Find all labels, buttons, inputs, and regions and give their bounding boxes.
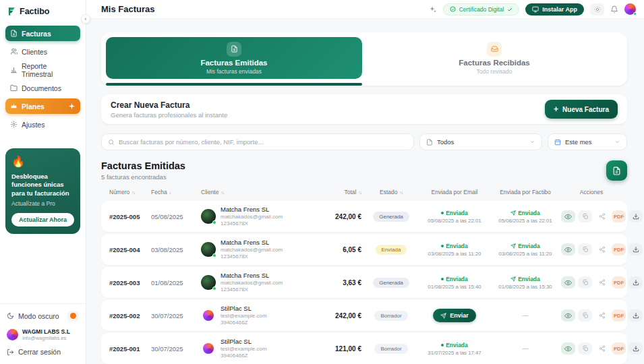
duplicate-invoice-button[interactable] (578, 309, 592, 322)
share-invoice-button[interactable] (595, 210, 609, 222)
view-invoice-button[interactable] (561, 342, 575, 355)
table-row[interactable]: #2025-001 30/07/2025 StilPlac SL test@ex… (101, 333, 627, 364)
upgrade-promo-card: 🔥 Desbloquea funciones únicas para tu fa… (5, 148, 80, 234)
create-subtitle: Genera facturas profesionales al instant… (111, 111, 227, 119)
user-avatar[interactable] (624, 3, 636, 15)
client-online-dot (212, 220, 216, 224)
download-invoice-button[interactable] (628, 243, 643, 255)
email-status: Enviada 31/07/2025 a las 17:47 (428, 342, 481, 356)
column-header-3[interactable]: Total↑↓ (308, 189, 363, 195)
client-cell: StilPlac SL test@example.com 39406466Z (201, 305, 308, 326)
invoice-total: 121,00 € (308, 345, 363, 353)
column-header-6: Enviada por Factibo (490, 189, 561, 195)
client-nif: 12345678X (221, 286, 283, 293)
sent-dot-icon (441, 278, 444, 280)
certificate-badge[interactable]: Certificado Digital (443, 3, 520, 16)
download-invoice-button[interactable] (628, 210, 643, 222)
sidebar-item-documentos[interactable]: Documentos (5, 80, 80, 96)
share-icon (599, 279, 606, 286)
tab-facturas-recibidas[interactable]: Facturas Recibidas Todo revisado (366, 37, 622, 79)
shield-check-icon (450, 6, 456, 12)
sidebar-collapse-button[interactable]: ‹ (81, 14, 90, 24)
sidebar-item-reporte[interactable]: Reporte Trimestral (5, 62, 80, 78)
duplicate-invoice-button[interactable] (578, 243, 592, 255)
sort-icon: ↑↓ (359, 190, 362, 195)
column-header-0[interactable]: Número↑↓ (109, 189, 151, 195)
tab-title: Facturas Emitidas (200, 59, 267, 67)
table-row[interactable]: #2025-003 01/08/2025 Matcha Frens SL mat… (101, 267, 627, 298)
notifications-bell-icon[interactable] (610, 5, 618, 13)
dark-mode-switch[interactable] (67, 311, 79, 322)
view-invoice-button[interactable] (561, 276, 575, 289)
pdf-button[interactable]: PDF (612, 243, 626, 255)
share-invoice-button[interactable] (595, 342, 609, 355)
invoice-number: #2025-003 (109, 279, 151, 286)
view-invoice-button[interactable] (561, 243, 575, 255)
sidebar-item-clientes[interactable]: Clientes (5, 44, 80, 59)
pdf-button[interactable]: PDF (612, 309, 626, 322)
sun-icon (594, 6, 601, 13)
duplicate-invoice-button[interactable] (578, 342, 592, 355)
create-invoice-card: Crear Nueva Factura Genera facturas prof… (101, 94, 627, 124)
search-input[interactable] (119, 138, 407, 146)
pdf-button[interactable]: PDF (612, 210, 626, 222)
copy-icon (582, 312, 589, 319)
pdf-button[interactable]: PDF (612, 342, 626, 355)
download-invoice-button[interactable] (628, 276, 643, 289)
invoice-date: 05/08/2025 (151, 213, 201, 220)
export-invoices-button[interactable] (606, 160, 627, 181)
table-row[interactable]: #2025-004 03/08/2025 Matcha Frens SL mat… (101, 234, 627, 265)
column-header-1[interactable]: Fecha↓ (151, 189, 201, 195)
sidebar-item-facturas[interactable]: Facturas (5, 26, 80, 41)
eye-icon (564, 213, 572, 220)
sidebar-item-planes[interactable]: Planes (5, 98, 80, 114)
download-invoice-button[interactable] (628, 309, 643, 322)
invoice-icon (10, 30, 18, 37)
logout-button[interactable]: Cerrar sesión (7, 348, 79, 356)
download-invoice-button[interactable] (628, 342, 643, 355)
download-icon (633, 345, 639, 352)
share-invoice-button[interactable] (595, 309, 609, 322)
client-cell: Matcha Frens SL matchakados@gmail.com 12… (201, 239, 308, 260)
table-row[interactable]: #2025-005 05/08/2025 Matcha Frens SL mat… (101, 201, 627, 232)
share-invoice-button[interactable] (595, 243, 609, 255)
invoice-date: 30/07/2025 (151, 345, 201, 353)
company-email: info@wagmilabs.es (22, 335, 70, 341)
promo-title: Desbloquea funciones únicas para tu fact… (11, 173, 74, 198)
download-icon (633, 246, 639, 253)
factibo-sent-cell: Enviada 01/08/2025 a las 15:30 (490, 276, 561, 290)
upgrade-button[interactable]: Actualizar Ahora (11, 213, 74, 226)
status-filter-dropdown[interactable]: Todos (419, 133, 542, 150)
sidebar-item-label: Facturas (22, 30, 51, 38)
period-filter-dropdown[interactable]: Este mes (548, 133, 627, 150)
client-email: matchakados@gmail.com (221, 280, 283, 286)
sparkles-icon[interactable] (429, 5, 437, 13)
tab-facturas-emitidas[interactable]: Facturas Emitidas Mis facturas enviadas (106, 37, 362, 79)
sidebar-item-ajustes[interactable]: Ajustes (5, 117, 80, 132)
eye-icon (564, 279, 572, 286)
duplicate-invoice-button[interactable] (578, 276, 592, 289)
pdf-button[interactable]: PDF (612, 276, 626, 289)
view-invoice-button[interactable] (561, 309, 575, 322)
send-email-button[interactable]: Enviar (433, 309, 476, 322)
client-online-dot (212, 253, 216, 257)
new-invoice-button[interactable]: + Nueva Factura (545, 100, 618, 119)
column-header-2[interactable]: Cliente↑↓ (201, 189, 308, 195)
table-row[interactable]: #2025-002 30/07/2025 StilPlac SL test@ex… (101, 300, 627, 331)
email-sent-cell: Enviar (419, 309, 490, 322)
page-title: Mis Facturas (101, 4, 154, 14)
invoice-total: 3,63 € (308, 279, 363, 286)
view-invoice-button[interactable] (561, 210, 575, 222)
theme-toggle-button[interactable] (590, 3, 604, 16)
sent-dot-icon (441, 344, 444, 346)
duplicate-invoice-button[interactable] (578, 210, 592, 222)
share-invoice-button[interactable] (595, 276, 609, 289)
column-header-4[interactable]: Estado↑↓ (363, 189, 419, 195)
account-row[interactable]: WAGMI LABS S.L info@wagmilabs.es (7, 328, 79, 341)
status-badge: Borrador (374, 311, 407, 321)
main-area: Mis Facturas Certificado Digital Instala… (86, 0, 644, 364)
install-app-button[interactable]: Instalar App (525, 3, 584, 16)
email-sent-cell: Enviada 01/08/2025 a las 15:40 (419, 276, 490, 290)
dark-mode-toggle-row[interactable]: Modo oscuro (7, 311, 79, 322)
search-box[interactable] (101, 133, 414, 150)
